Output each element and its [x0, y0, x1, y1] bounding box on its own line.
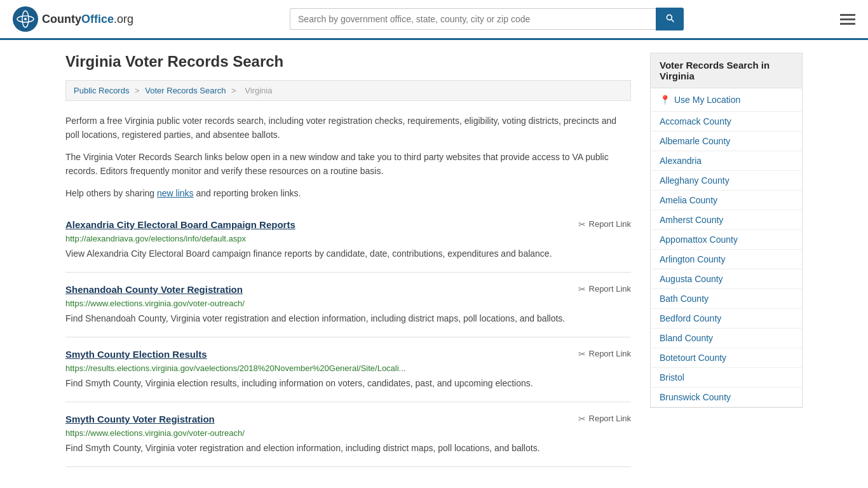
description-3: Help others by sharing new links and rep…: [65, 186, 631, 200]
report-link-icon: ✂: [578, 284, 586, 294]
sidebar-content: 📍 Use My Location Accomack CountyAlbemar…: [650, 88, 803, 408]
result-header: Shenandoah County Voter Registration ✂ R…: [65, 284, 631, 295]
logo[interactable]: CountyOffice.org: [13, 6, 133, 32]
sidebar-item-amherst-county[interactable]: Amherst County: [651, 210, 802, 230]
sidebar-item-albemarle-county[interactable]: Albemarle County: [651, 132, 802, 151]
sidebar-link[interactable]: Albemarle County: [660, 136, 730, 146]
sidebar-link[interactable]: Alexandria: [660, 156, 702, 166]
result-url[interactable]: http://alexandriava.gov/elections/info/d…: [65, 234, 631, 243]
search-button[interactable]: [656, 8, 684, 30]
search-input[interactable]: [290, 8, 656, 30]
sidebar-title: Voter Records Search in Virginia: [650, 53, 803, 88]
sidebar-items-list: Accomack CountyAlbemarle CountyAlexandri…: [651, 112, 802, 407]
sidebar-item-bristol[interactable]: Bristol: [651, 368, 802, 388]
new-links-link[interactable]: new links: [157, 188, 194, 198]
result-url[interactable]: https://www.elections.virginia.gov/voter…: [65, 299, 631, 308]
sidebar-item-brunswick-county[interactable]: Brunswick County: [651, 388, 802, 407]
result-item: Shenandoah County Voter Registration ✂ R…: [65, 273, 631, 337]
report-link-btn[interactable]: ✂ Report Link: [578, 349, 631, 359]
sidebar-item-augusta-county[interactable]: Augusta County: [651, 269, 802, 289]
sidebar-item-arlington-county[interactable]: Arlington County: [651, 250, 802, 269]
breadcrumb-public-records[interactable]: Public Records: [74, 86, 129, 95]
sidebar-link[interactable]: Brunswick County: [660, 392, 731, 402]
result-url[interactable]: https://www.elections.virginia.gov/voter…: [65, 428, 631, 438]
report-link-label: Report Link: [589, 414, 631, 423]
result-title[interactable]: Smyth County Election Results: [65, 349, 207, 360]
result-header: Alexandria City Electoral Board Campaign…: [65, 219, 631, 230]
sidebar-link[interactable]: Bath County: [660, 294, 709, 304]
report-link-icon: ✂: [578, 349, 586, 359]
sidebar-link[interactable]: Botetourt County: [660, 353, 726, 363]
report-link-btn[interactable]: ✂ Report Link: [578, 219, 631, 229]
result-description: View Alexandria City Electoral Board cam…: [65, 247, 631, 261]
report-link-icon: ✂: [578, 414, 586, 424]
main-container: Virginia Voter Records Search Public Rec…: [53, 40, 815, 480]
sidebar-link[interactable]: Amelia County: [660, 195, 717, 205]
description-3-pre: Help others by sharing: [65, 188, 157, 198]
use-my-location[interactable]: 📍 Use My Location: [651, 88, 802, 112]
sidebar-link[interactable]: Accomack County: [660, 116, 731, 126]
breadcrumb-voter-records[interactable]: Voter Records Search: [145, 86, 226, 95]
breadcrumb-sep-1: >: [135, 86, 142, 95]
report-link-label: Report Link: [589, 219, 631, 229]
sidebar-item-bedford-county[interactable]: Bedford County: [651, 309, 802, 329]
result-url[interactable]: https://results.elections.virginia.gov/v…: [65, 363, 631, 373]
breadcrumb-virginia: Virginia: [245, 86, 272, 95]
content-area: Virginia Voter Records Search Public Rec…: [65, 53, 631, 467]
page-title: Virginia Voter Records Search: [65, 53, 631, 71]
sidebar-link[interactable]: Appomattox County: [660, 234, 738, 245]
report-link-label: Report Link: [589, 349, 631, 358]
sidebar-item-accomack-county[interactable]: Accomack County: [651, 112, 802, 132]
result-item: Smyth County Election Results ✂ Report L…: [65, 337, 631, 402]
hamburger-menu[interactable]: [840, 14, 855, 25]
result-description: Find Shenandoah County, Virginia voter r…: [65, 312, 631, 325]
sidebar-item-alexandria[interactable]: Alexandria: [651, 151, 802, 171]
description-1: Perform a free Virginia public voter rec…: [65, 114, 631, 142]
sidebar-item-bland-county[interactable]: Bland County: [651, 329, 802, 348]
logo-icon: [13, 6, 38, 32]
result-item: Alexandria City Electoral Board Campaign…: [65, 208, 631, 273]
result-header: Smyth County Election Results ✂ Report L…: [65, 349, 631, 360]
sidebar-link[interactable]: Arlington County: [660, 254, 726, 264]
result-description: Find Smyth County, Virginia voter regist…: [65, 442, 631, 455]
report-link-label: Report Link: [589, 284, 631, 294]
report-link-btn[interactable]: ✂ Report Link: [578, 284, 631, 294]
result-header: Smyth County Voter Registration ✂ Report…: [65, 414, 631, 424]
sidebar-item-botetourt-county[interactable]: Botetourt County: [651, 348, 802, 368]
results-list: Alexandria City Electoral Board Campaign…: [65, 208, 631, 467]
sidebar-link[interactable]: Bristol: [660, 372, 684, 383]
result-title[interactable]: Shenandoah County Voter Registration: [65, 284, 243, 295]
location-icon: 📍: [660, 95, 670, 105]
breadcrumb: Public Records > Voter Records Search > …: [65, 80, 631, 101]
search-area: [290, 8, 684, 30]
description-3-post: and reporting broken links.: [194, 188, 301, 198]
result-description: Find Smyth County, Virginia election res…: [65, 377, 631, 390]
sidebar-link[interactable]: Bland County: [660, 333, 713, 343]
sidebar-link[interactable]: Bedford County: [660, 313, 721, 323]
report-link-icon: ✂: [578, 219, 586, 229]
result-title[interactable]: Alexandria City Electoral Board Campaign…: [65, 219, 295, 230]
breadcrumb-sep-2: >: [231, 86, 238, 95]
use-my-location-link[interactable]: Use My Location: [674, 95, 740, 105]
sidebar-link[interactable]: Alleghany County: [660, 175, 729, 186]
sidebar-item-appomattox-county[interactable]: Appomattox County: [651, 230, 802, 250]
sidebar-link[interactable]: Augusta County: [660, 274, 723, 284]
result-item: Smyth County Voter Registration ✂ Report…: [65, 402, 631, 467]
svg-point-3: [24, 18, 27, 20]
sidebar-link[interactable]: Amherst County: [660, 215, 723, 225]
description-2: The Virginia Voter Records Search links …: [65, 150, 631, 179]
sidebar: Voter Records Search in Virginia 📍 Use M…: [650, 53, 803, 467]
sidebar-item-alleghany-county[interactable]: Alleghany County: [651, 171, 802, 191]
logo-text: CountyOffice.org: [42, 13, 133, 26]
result-title[interactable]: Smyth County Voter Registration: [65, 414, 215, 424]
site-header: CountyOffice.org: [0, 0, 868, 40]
sidebar-item-bath-county[interactable]: Bath County: [651, 289, 802, 309]
report-link-btn[interactable]: ✂ Report Link: [578, 414, 631, 424]
sidebar-item-amelia-county[interactable]: Amelia County: [651, 191, 802, 210]
